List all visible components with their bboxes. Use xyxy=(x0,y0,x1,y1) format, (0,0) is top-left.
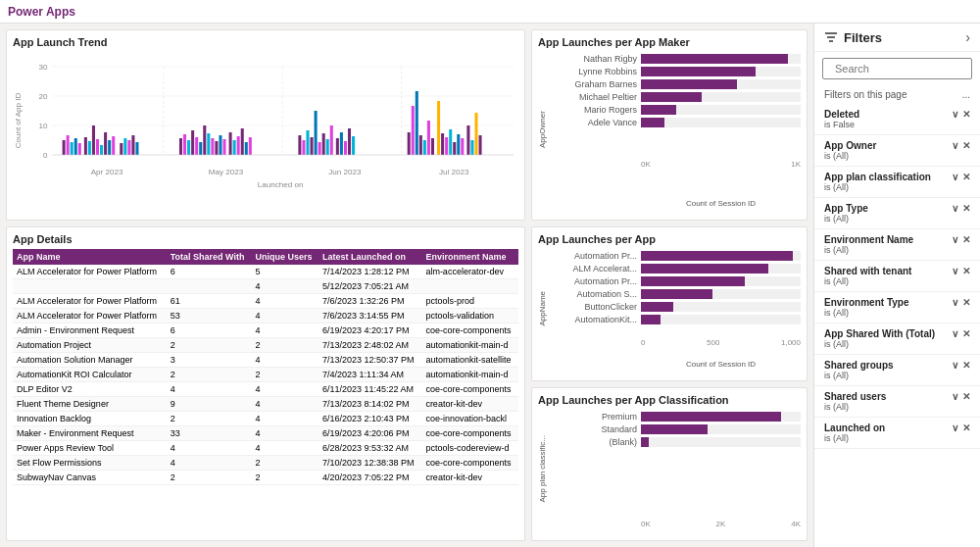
filter-expand-icon[interactable]: ∨ xyxy=(952,109,958,120)
maker-y-label: AppOwner xyxy=(538,52,547,208)
svg-rect-36 xyxy=(195,137,198,155)
filter-value: is (All) xyxy=(824,339,970,349)
filter-clear-icon[interactable]: ✕ xyxy=(962,234,970,245)
filter-clear-icon[interactable]: ✕ xyxy=(962,328,970,339)
filter-value: is False xyxy=(824,120,970,129)
filter-expand-icon[interactable]: ∨ xyxy=(952,234,958,245)
svg-text:10: 10 xyxy=(38,122,48,130)
svg-text:Count of App ID: Count of App ID xyxy=(14,93,23,149)
svg-rect-60 xyxy=(340,132,343,155)
filters-more[interactable]: ... xyxy=(962,89,970,100)
filters-search-box[interactable] xyxy=(822,58,972,79)
filter-item: App Shared With (Total) ∨ ✕ is (All) xyxy=(814,323,980,355)
maker-bars: Nathan Rigby Lynne Robbins Graham Barnes… xyxy=(549,54,801,127)
table-row: ALM Accelerator for Power Platform657/14… xyxy=(13,265,518,279)
filter-item: App Owner ∨ ✕ is (All) xyxy=(814,135,980,167)
svg-rect-68 xyxy=(423,140,426,155)
svg-rect-51 xyxy=(302,140,305,155)
filters-expand-btn[interactable]: › xyxy=(965,29,970,45)
svg-rect-23 xyxy=(100,145,103,155)
svg-rect-64 xyxy=(408,132,411,155)
filter-expand-icon[interactable]: ∨ xyxy=(952,391,958,402)
svg-rect-29 xyxy=(127,140,130,155)
filters-scroll[interactable]: Deleted ∨ ✕ is False App Owner ∨ ✕ is (A… xyxy=(814,104,980,547)
svg-rect-32 xyxy=(179,138,182,155)
svg-rect-21 xyxy=(92,125,95,155)
filter-expand-icon[interactable]: ∨ xyxy=(952,140,958,151)
filter-item: Environment Type ∨ ✕ is (All) xyxy=(814,292,980,323)
svg-rect-57 xyxy=(326,139,329,155)
app-header: Power Apps xyxy=(0,0,980,24)
filter-name: App Type ∨ ✕ xyxy=(824,203,970,214)
app-launch-trend-section: App Launch Trend 30 20 10 0 Count of App… xyxy=(6,29,525,221)
svg-rect-17 xyxy=(74,138,77,155)
app-details-table-scroll[interactable]: App Name Total Shared With Unique Users … xyxy=(13,249,518,534)
per-class-y-label: App plan classific... xyxy=(538,410,547,529)
filter-clear-icon[interactable]: ✕ xyxy=(962,423,970,433)
table-row: Fluent Theme Designer947/13/2023 8:14:02… xyxy=(13,397,518,412)
svg-rect-70 xyxy=(431,138,434,155)
filter-item: Environment Name ∨ ✕ is (All) xyxy=(814,229,980,261)
filter-clear-icon[interactable]: ✕ xyxy=(962,172,970,182)
filters-subtitle: Filters on this page ... xyxy=(814,85,980,104)
table-row: DLP Editor V2446/11/2023 11:45:22 AMcoe-… xyxy=(13,382,518,397)
filter-clear-icon[interactable]: ✕ xyxy=(962,360,970,371)
svg-text:30: 30 xyxy=(38,63,48,72)
svg-rect-55 xyxy=(318,142,321,155)
svg-rect-54 xyxy=(315,111,318,155)
svg-rect-14 xyxy=(63,140,66,155)
app-details-table: App Name Total Shared With Unique Users … xyxy=(13,249,518,485)
svg-rect-33 xyxy=(183,134,186,155)
filter-name: Shared users ∨ ✕ xyxy=(824,391,970,402)
svg-rect-41 xyxy=(215,141,218,155)
app-launches-class-section: App Launches per App Classification App … xyxy=(531,387,808,542)
svg-text:0: 0 xyxy=(43,151,48,160)
filter-value: is (All) xyxy=(824,371,970,380)
maker-x-axis: 0K1K xyxy=(641,160,801,169)
filter-expand-icon[interactable]: ∨ xyxy=(952,172,958,182)
main-layout: App Launch Trend 30 20 10 0 Count of App… xyxy=(0,24,980,547)
svg-rect-49 xyxy=(249,137,252,155)
svg-rect-44 xyxy=(229,132,232,155)
table-row: Automation Project227/13/2023 2:48:02 AM… xyxy=(13,338,518,353)
svg-text:Apr 2023: Apr 2023 xyxy=(91,168,123,176)
filter-item: App plan classification ∨ ✕ is (All) xyxy=(814,167,980,198)
svg-rect-37 xyxy=(199,142,202,155)
filter-value: is (All) xyxy=(824,214,970,224)
filter-clear-icon[interactable]: ✕ xyxy=(962,203,970,214)
svg-rect-65 xyxy=(412,106,415,155)
svg-rect-75 xyxy=(453,142,456,155)
filter-clear-icon[interactable]: ✕ xyxy=(962,109,970,120)
filter-clear-icon[interactable]: ✕ xyxy=(962,391,970,402)
svg-rect-20 xyxy=(88,141,91,155)
table-row: AutomationKit ROI Calculator227/4/2023 1… xyxy=(13,368,518,382)
filter-value: is (All) xyxy=(824,402,970,412)
filter-expand-icon[interactable]: ∨ xyxy=(952,423,958,433)
filter-clear-icon[interactable]: ✕ xyxy=(962,266,970,276)
filter-item: Deleted ∨ ✕ is False xyxy=(814,104,980,135)
filter-expand-icon[interactable]: ∨ xyxy=(952,203,958,214)
filters-search-input[interactable] xyxy=(835,63,970,75)
svg-rect-67 xyxy=(419,135,422,155)
filters-panel: Filters › Filters on this page ... Delet… xyxy=(813,24,980,547)
filter-clear-icon[interactable]: ✕ xyxy=(962,297,970,308)
svg-rect-66 xyxy=(416,91,418,155)
svg-rect-28 xyxy=(123,138,126,155)
svg-text:Jun 2023: Jun 2023 xyxy=(328,168,362,176)
svg-rect-26 xyxy=(112,136,115,155)
filter-item: Shared groups ∨ ✕ is (All) xyxy=(814,355,980,386)
table-row: Maker - Environment Request3346/19/2023 … xyxy=(13,426,518,441)
filter-clear-icon[interactable]: ✕ xyxy=(962,140,970,151)
filter-expand-icon[interactable]: ∨ xyxy=(952,266,958,276)
svg-rect-80 xyxy=(474,113,477,155)
svg-rect-61 xyxy=(344,141,347,155)
table-row: Set Flow Permissions427/10/2023 12:38:38… xyxy=(13,456,518,471)
filter-expand-icon[interactable]: ∨ xyxy=(952,297,958,308)
filter-name: Launched on ∨ ✕ xyxy=(824,423,970,433)
table-row: ALM Accelerator for Power Platform5347/6… xyxy=(13,309,518,323)
filter-expand-icon[interactable]: ∨ xyxy=(952,360,958,371)
per-class-title: App Launches per App Classification xyxy=(538,394,801,406)
svg-rect-50 xyxy=(298,135,301,155)
table-row: ALM Accelerator for Power Platform6147/6… xyxy=(13,294,518,309)
filter-expand-icon[interactable]: ∨ xyxy=(952,328,958,339)
